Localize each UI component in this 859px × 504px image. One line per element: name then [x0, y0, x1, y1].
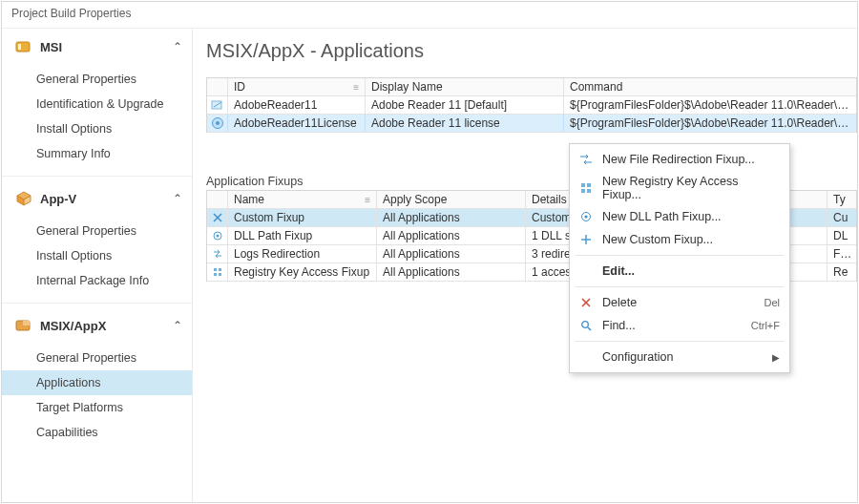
custom-fixup-icon: [207, 209, 228, 226]
col-header-scope[interactable]: Apply Scope: [377, 191, 526, 208]
col-header-display[interactable]: Display Name: [366, 78, 564, 95]
find-icon: [577, 318, 595, 333]
sidebar-item-appv-internal[interactable]: Internal Package Info: [2, 268, 192, 293]
sidebar-item-msi-identification[interactable]: Identification & Upgrade: [2, 92, 192, 116]
svg-rect-17: [587, 183, 591, 187]
appv-cube-icon: [15, 190, 32, 207]
svg-point-11: [216, 235, 219, 238]
col-header-command[interactable]: Command: [564, 78, 856, 95]
svg-rect-6: [23, 321, 30, 326]
sidebar-item-appv-general[interactable]: General Properties: [2, 219, 192, 243]
app-row-icon: [207, 115, 228, 132]
menu-new-registry-fixup[interactable]: New Registry Key Access Fixup...: [570, 171, 789, 205]
col-header-type[interactable]: Ty: [828, 191, 856, 208]
menu-find[interactable]: Find... Ctrl+F: [570, 314, 789, 337]
gear-icon: [577, 209, 595, 224]
sidebar-item-msix-applications[interactable]: Applications: [2, 370, 192, 395]
sidebar-item-msi-install[interactable]: Install Options: [2, 116, 192, 141]
svg-rect-19: [587, 189, 591, 193]
sort-glyph-icon: ≡: [365, 195, 370, 205]
sidebar-item-msi-summary[interactable]: Summary Info: [2, 141, 192, 166]
menu-new-dll-path-fixup[interactable]: New DLL Path Fixup...: [570, 205, 789, 228]
svg-rect-13: [219, 268, 221, 271]
submenu-arrow-icon: ▶: [772, 352, 780, 363]
applications-row[interactable]: AdobeReader11 Adobe Reader 11 [Default] …: [207, 96, 856, 115]
sidebar-item-msix-capabilities[interactable]: Capabilities: [2, 420, 192, 445]
chevron-up-icon: ⌃: [173, 192, 182, 205]
svg-rect-15: [219, 273, 221, 276]
svg-point-9: [216, 121, 220, 125]
row-icon-header: [207, 191, 228, 208]
main-panel: MSIX/AppX - Applications ID≡ Display Nam…: [193, 29, 857, 502]
registry-icon: [577, 180, 595, 196]
app-row-icon: [207, 96, 228, 114]
applications-grid[interactable]: ID≡ Display Name Command AdobeReader11 A…: [206, 77, 857, 133]
svg-rect-1: [18, 44, 21, 50]
window-title: Project Build Properties: [2, 2, 857, 29]
dll-fixup-icon: [207, 227, 228, 244]
sidebar: MSI ⌃ General Properties Identification …: [2, 29, 193, 502]
redirect-fixup-icon: [207, 245, 228, 262]
delete-icon: [577, 295, 595, 310]
svg-rect-18: [581, 189, 585, 193]
sidebar-group-msix[interactable]: MSIX/AppX ⌃: [2, 307, 192, 344]
page-title: MSIX/AppX - Applications: [206, 40, 857, 62]
svg-rect-14: [214, 273, 217, 276]
menu-new-custom-fixup[interactable]: New Custom Fixup...: [570, 228, 789, 251]
svg-rect-12: [214, 268, 217, 271]
menu-delete[interactable]: Delete Del: [570, 291, 789, 314]
sidebar-item-msi-general[interactable]: General Properties: [2, 67, 192, 92]
chevron-up-icon: ⌃: [173, 319, 182, 332]
svg-point-21: [584, 215, 587, 218]
chevron-up-icon: ⌃: [173, 40, 182, 53]
msix-box-icon: [15, 317, 32, 334]
sort-glyph-icon: ≡: [353, 82, 359, 93]
svg-point-22: [582, 322, 589, 328]
col-header-name[interactable]: Name≡: [228, 191, 377, 208]
col-header-id[interactable]: ID≡: [228, 78, 366, 95]
registry-fixup-icon: [207, 263, 228, 281]
applications-row[interactable]: AdobeReader11License Adobe Reader 11 lic…: [207, 115, 856, 133]
menu-new-file-redirection[interactable]: New File Redirection Fixup...: [570, 148, 789, 171]
sidebar-item-msix-targets[interactable]: Target Platforms: [2, 395, 192, 420]
svg-line-23: [588, 327, 591, 330]
custom-icon: [577, 232, 595, 247]
context-menu: New File Redirection Fixup... New Regist…: [569, 143, 790, 373]
sidebar-group-msi[interactable]: MSI ⌃: [2, 29, 192, 65]
menu-configuration[interactable]: Configuration ▶: [570, 346, 789, 368]
svg-rect-16: [581, 183, 585, 187]
row-icon-header: [207, 78, 228, 95]
sidebar-item-msix-general[interactable]: General Properties: [2, 346, 192, 370]
sidebar-group-appv[interactable]: App-V ⌃: [2, 180, 192, 217]
redirect-icon: [577, 152, 595, 167]
sidebar-item-appv-install[interactable]: Install Options: [2, 243, 192, 268]
msi-box-icon: [15, 38, 32, 55]
menu-edit[interactable]: Edit...: [570, 260, 789, 283]
